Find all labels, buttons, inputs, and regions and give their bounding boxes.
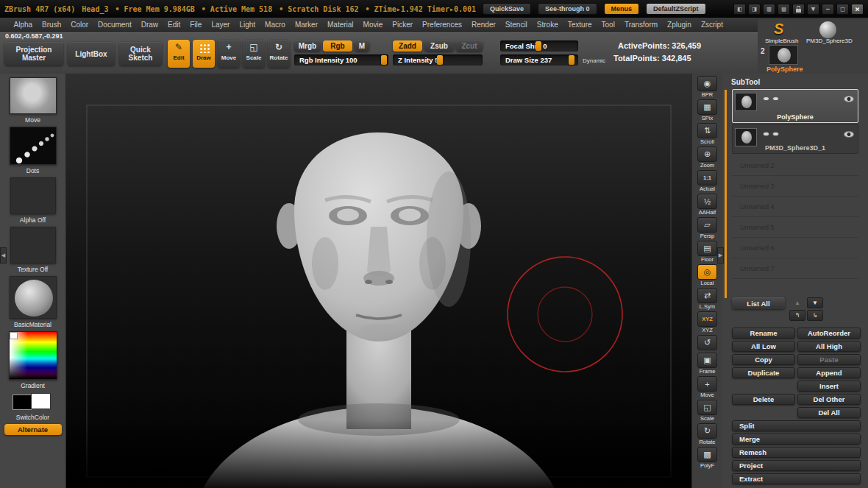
focal-shift-slider[interactable]: Focal Shift 0 xyxy=(500,40,578,52)
subtool-item-unnamed[interactable]: Unnamed 4 xyxy=(732,197,858,217)
quicksave-button[interactable]: QuickSave xyxy=(483,3,531,15)
all-low-button[interactable]: All Low xyxy=(732,341,795,352)
alternate-button[interactable]: Alternate xyxy=(4,424,62,435)
uv-toggle-icon[interactable] xyxy=(772,96,779,101)
zoom-button[interactable]: ⊕ Zoom xyxy=(697,146,717,169)
menu-item-transform[interactable]: Transform xyxy=(619,21,662,29)
switch-color-widget[interactable] xyxy=(11,392,55,411)
subtool-item-sphere3d[interactable]: PM3D_Sphere3D_1 xyxy=(732,124,858,154)
merge-section-button[interactable]: Merge xyxy=(732,434,861,445)
split-section-button[interactable]: Split xyxy=(732,420,861,431)
scale-mode-button[interactable]: ◱ Scale xyxy=(243,40,265,68)
rotate-mode-button[interactable]: ↻ Rotate xyxy=(268,40,290,68)
dock-left-icon[interactable]: ◧ xyxy=(733,4,746,15)
main-color-swatch[interactable] xyxy=(13,395,32,410)
projection-master-button[interactable]: Projection Master xyxy=(4,42,63,66)
menu-item-macro[interactable]: Macro xyxy=(260,21,291,29)
select-down-icon[interactable]: ▼ xyxy=(807,297,823,308)
quick-sketch-button[interactable]: Quick Sketch xyxy=(119,42,162,66)
visibility-eye-icon[interactable] xyxy=(844,96,854,102)
append-button[interactable]: Append xyxy=(797,367,861,378)
see-through-slider[interactable]: See-through 0 xyxy=(538,3,597,15)
menu-item-brush[interactable]: Brush xyxy=(38,21,66,29)
floor-button[interactable]: ▤ Floor xyxy=(697,241,717,263)
lightbox-button[interactable]: LightBox xyxy=(68,42,115,66)
rename-button[interactable]: Rename xyxy=(732,328,795,339)
lsym-button[interactable]: ⇄ L.Sym xyxy=(697,288,717,310)
m-button[interactable]: M xyxy=(355,40,369,52)
xyz-button[interactable]: XYZ XYZ xyxy=(697,311,717,333)
active-tool-thumbnail[interactable] xyxy=(769,45,798,65)
zscript-button[interactable]: DefaultZScript xyxy=(646,3,706,15)
scroll-button[interactable]: ⇅ Scroll xyxy=(697,123,717,145)
subtool-item-unnamed[interactable]: Unnamed 3 xyxy=(732,176,858,197)
local-button[interactable]: ◎ Local xyxy=(697,264,717,286)
right-tray-collapse-arrow[interactable]: ▶ xyxy=(717,247,724,264)
menu-item-color[interactable]: Color xyxy=(66,21,93,29)
insert-button[interactable]: Insert xyxy=(797,381,861,392)
menu-item-draw[interactable]: Draw xyxy=(136,21,163,29)
rgb-intensity-slider[interactable]: Rgb Intensity 100 xyxy=(294,54,388,66)
menu-item-material[interactable]: Material xyxy=(323,21,359,29)
texture-selector-thumbnail[interactable] xyxy=(10,227,56,264)
edit-mode-button[interactable]: ✎ Edit xyxy=(168,40,190,68)
menu-item-marker[interactable]: Marker xyxy=(290,21,322,29)
subtool-item-unnamed[interactable]: Unnamed 2 xyxy=(732,155,858,176)
menu-item-movie[interactable]: Movie xyxy=(358,21,388,29)
dock-right-icon[interactable]: ◨ xyxy=(748,4,761,15)
all-high-button[interactable]: All High xyxy=(797,341,861,352)
select-up-icon[interactable]: ▲ xyxy=(789,297,805,308)
alpha-selector-thumbnail[interactable] xyxy=(10,177,56,214)
draw-size-slider[interactable]: Draw Size 237 xyxy=(500,54,578,66)
copy-button[interactable]: Copy xyxy=(732,354,795,365)
list-all-button[interactable]: List All xyxy=(732,297,785,309)
secondary-color-swatch[interactable] xyxy=(31,393,51,409)
document-b-icon[interactable]: ▤ xyxy=(778,4,790,15)
left-tray-collapse-arrow[interactable]: ◀ xyxy=(0,247,7,264)
paste-button[interactable]: Paste xyxy=(797,354,861,365)
focal-shift-handle[interactable] xyxy=(536,41,541,51)
zsub-button[interactable]: Zsub xyxy=(424,40,454,52)
bpr-button[interactable]: ◉ BPR xyxy=(697,76,717,98)
restore-icon[interactable]: □ xyxy=(836,4,849,15)
z-intensity-slider[interactable]: Z Intensity 51 xyxy=(393,54,483,66)
remesh-section-button[interactable]: Remesh xyxy=(732,447,861,458)
menu-item-picker[interactable]: Picker xyxy=(388,21,418,29)
menu-item-tool[interactable]: Tool xyxy=(597,21,619,29)
aahalf-button[interactable]: ½ AAHalf xyxy=(697,194,717,216)
spin-button[interactable]: ↺ xyxy=(697,335,717,351)
extract-section-button[interactable]: Extract xyxy=(732,473,861,484)
menu-item-zplugin[interactable]: Zplugin xyxy=(663,21,697,29)
subtool-item-polysphere[interactable]: PolySphere xyxy=(732,89,858,123)
menu-down-icon[interactable]: ▼ xyxy=(807,4,819,15)
nav-rotate-button[interactable]: ↻ Rotate xyxy=(697,423,717,445)
menu-item-document[interactable]: Document xyxy=(93,21,137,29)
delete-button[interactable]: Delete xyxy=(732,394,795,405)
dynamic-mode-label[interactable]: Dynamic xyxy=(583,57,605,64)
material-selector-thumbnail[interactable] xyxy=(10,276,57,319)
mrgb-button[interactable]: Mrgb xyxy=(294,40,321,52)
menu-item-edit[interactable]: Edit xyxy=(163,21,185,29)
document-a-icon[interactable]: ▥ xyxy=(763,4,775,15)
persp-button[interactable]: ▱ Persp xyxy=(697,217,717,239)
lock-icon[interactable] xyxy=(792,4,805,15)
uv-toggle-icon[interactable] xyxy=(772,132,779,136)
simple-brush-icon[interactable]: S xyxy=(774,21,783,38)
stroke-selector-thumbnail[interactable] xyxy=(10,127,57,165)
canvas-viewport[interactable] xyxy=(66,74,691,488)
visibility-eye-icon[interactable] xyxy=(844,131,854,138)
polypaint-toggle-icon[interactable] xyxy=(763,96,769,101)
menu-item-file[interactable]: File xyxy=(185,21,207,29)
rgb-button[interactable]: Rgb xyxy=(323,40,352,52)
brush-selector-thumbnail[interactable] xyxy=(10,77,57,114)
project-section-button[interactable]: Project xyxy=(732,460,861,471)
menu-item-preferences[interactable]: Preferences xyxy=(418,21,467,29)
subtool-item-unnamed[interactable]: Unnamed 5 xyxy=(732,217,858,238)
sphere3d-tool-icon[interactable] xyxy=(819,21,836,38)
subtool-item-unnamed[interactable]: Unnamed 6 xyxy=(732,238,858,258)
move-mode-button[interactable]: + Move xyxy=(218,40,240,68)
nav-scale-button[interactable]: ◱ Scale xyxy=(697,400,717,422)
draw-size-handle[interactable] xyxy=(569,55,574,65)
zcut-button[interactable]: Zcut xyxy=(456,40,483,52)
minimize-icon[interactable]: − xyxy=(822,4,834,15)
